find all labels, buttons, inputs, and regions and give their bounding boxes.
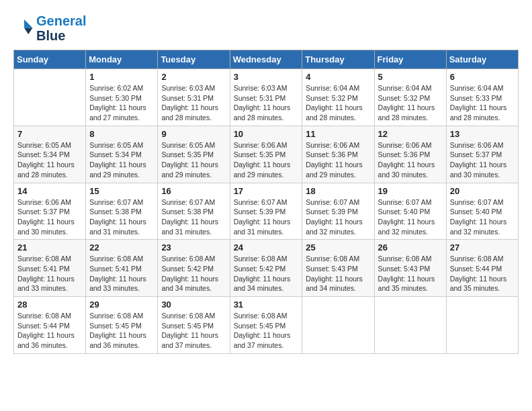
day-cell-3: 3Sunrise: 6:03 AMSunset: 5:31 PMDaylight… [230, 69, 302, 126]
day-info-line: Sunset: 5:39 PM [306, 207, 370, 217]
day-cell-4: 4Sunrise: 6:04 AMSunset: 5:32 PMDaylight… [302, 69, 374, 126]
logo-blue: Blue [36, 28, 86, 43]
day-info-line: Sunset: 5:44 PM [17, 321, 82, 331]
empty-cell [302, 297, 374, 354]
day-info-line: Sunrise: 6:06 AM [306, 140, 370, 150]
day-cell-6: 6Sunrise: 6:04 AMSunset: 5:33 PMDaylight… [446, 69, 518, 126]
empty-cell [14, 69, 86, 126]
day-info-line: Sunrise: 6:08 AM [306, 254, 370, 264]
day-info-line: and 32 minutes. [450, 227, 515, 237]
day-number: 11 [306, 129, 370, 139]
day-info-line: Daylight: 11 hours [17, 217, 82, 227]
day-number: 5 [378, 72, 443, 82]
day-number: 3 [234, 72, 299, 82]
weekday-header-friday: Friday [374, 50, 446, 69]
day-info-line: and 28 minutes. [161, 113, 226, 123]
svg-marker-0 [24, 19, 32, 28]
day-info-line: Daylight: 11 hours [378, 217, 443, 227]
day-number: 1 [89, 72, 154, 82]
day-number: 17 [234, 186, 299, 196]
day-info-line: Daylight: 11 hours [306, 103, 370, 113]
day-cell-11: 11Sunrise: 6:06 AMSunset: 5:36 PMDayligh… [302, 126, 374, 183]
day-info-line: Sunrise: 6:04 AM [378, 83, 443, 93]
weekday-row: SundayMondayTuesdayWednesdayThursdayFrid… [14, 50, 519, 69]
empty-cell [374, 297, 446, 354]
day-info-line: Sunrise: 6:07 AM [306, 197, 370, 208]
day-info-line: Sunrise: 6:06 AM [450, 140, 515, 150]
empty-cell [446, 297, 518, 354]
weekday-header-wednesday: Wednesday [230, 50, 302, 69]
weekday-header-thursday: Thursday [302, 50, 374, 69]
day-info-line: Daylight: 11 hours [450, 274, 515, 284]
day-info-line: Sunrise: 6:08 AM [17, 254, 82, 264]
day-info-line: Sunrise: 6:07 AM [450, 197, 515, 208]
day-info-line: Sunset: 5:37 PM [450, 150, 515, 160]
day-info-line: Daylight: 11 hours [234, 217, 299, 227]
day-cell-12: 12Sunrise: 6:06 AMSunset: 5:36 PMDayligh… [374, 126, 446, 183]
day-info-line: Sunrise: 6:08 AM [161, 254, 226, 264]
day-info-line: Sunrise: 6:07 AM [378, 197, 443, 208]
day-info-line: and 33 minutes. [17, 283, 82, 293]
day-info-line: Sunrise: 6:06 AM [17, 197, 82, 208]
day-cell-14: 14Sunrise: 6:06 AMSunset: 5:37 PMDayligh… [14, 183, 86, 240]
calendar-table: SundayMondayTuesdayWednesdayThursdayFrid… [13, 50, 519, 354]
day-info-line: and 29 minutes. [89, 170, 154, 180]
day-cell-9: 9Sunrise: 6:05 AMSunset: 5:35 PMDaylight… [158, 126, 230, 183]
day-info-line: Sunrise: 6:07 AM [234, 197, 299, 208]
week-row-4: 28Sunrise: 6:08 AMSunset: 5:44 PMDayligh… [14, 297, 519, 354]
day-info-line: and 28 minutes. [306, 113, 370, 123]
calendar-body: 1Sunrise: 6:02 AMSunset: 5:30 PMDaylight… [14, 69, 519, 354]
day-info-line: and 30 minutes. [450, 170, 515, 180]
day-number: 16 [161, 186, 226, 196]
day-info-line: Sunrise: 6:08 AM [89, 254, 154, 264]
day-info-line: Daylight: 11 hours [161, 160, 226, 170]
day-info-line: Sunrise: 6:08 AM [450, 254, 515, 264]
day-info-line: and 34 minutes. [234, 283, 299, 293]
weekday-header-tuesday: Tuesday [158, 50, 230, 69]
day-info-line: Sunrise: 6:04 AM [306, 83, 370, 93]
day-cell-8: 8Sunrise: 6:05 AMSunset: 5:34 PMDaylight… [86, 126, 158, 183]
day-number: 18 [306, 186, 370, 196]
day-info-line: Daylight: 11 hours [306, 217, 370, 227]
day-info-line: Daylight: 11 hours [378, 160, 443, 170]
day-info-line: Daylight: 11 hours [306, 274, 370, 284]
day-cell-30: 30Sunrise: 6:08 AMSunset: 5:45 PMDayligh… [158, 297, 230, 354]
day-info-line: and 29 minutes. [234, 170, 299, 180]
day-cell-24: 24Sunrise: 6:08 AMSunset: 5:42 PMDayligh… [230, 240, 302, 297]
week-row-2: 14Sunrise: 6:06 AMSunset: 5:37 PMDayligh… [14, 183, 519, 240]
day-info-line: Sunset: 5:37 PM [17, 207, 82, 217]
day-info-line: Daylight: 11 hours [234, 160, 299, 170]
day-info-line: Sunset: 5:45 PM [89, 321, 154, 331]
week-row-3: 21Sunrise: 6:08 AMSunset: 5:41 PMDayligh… [14, 240, 519, 297]
day-number: 20 [450, 186, 515, 196]
day-info-line: Sunset: 5:31 PM [161, 93, 226, 103]
day-info-line: Daylight: 11 hours [89, 330, 154, 340]
day-info-line: and 35 minutes. [378, 283, 443, 293]
day-info-line: Daylight: 11 hours [234, 274, 299, 284]
day-info-line: Sunset: 5:44 PM [450, 264, 515, 274]
day-info-line: and 27 minutes. [89, 113, 154, 123]
day-info-line: and 30 minutes. [378, 170, 443, 180]
day-cell-13: 13Sunrise: 6:06 AMSunset: 5:37 PMDayligh… [446, 126, 518, 183]
day-info-line: Daylight: 11 hours [17, 330, 82, 340]
day-number: 25 [306, 242, 370, 253]
day-info-line: and 28 minutes. [378, 113, 443, 123]
day-info-line: Sunset: 5:31 PM [234, 93, 299, 103]
week-row-1: 7Sunrise: 6:05 AMSunset: 5:34 PMDaylight… [14, 126, 519, 183]
day-info-line: Daylight: 11 hours [89, 160, 154, 170]
day-info-line: Sunset: 5:35 PM [234, 150, 299, 160]
day-info-line: Sunrise: 6:04 AM [450, 83, 515, 93]
day-info-line: Daylight: 11 hours [17, 274, 82, 284]
day-number: 2 [161, 72, 226, 82]
day-info-line: and 36 minutes. [17, 340, 82, 351]
day-info-line: Sunset: 5:38 PM [89, 207, 154, 217]
day-info-line: Sunrise: 6:05 AM [17, 140, 82, 150]
day-info-line: and 31 minutes. [161, 227, 226, 237]
day-info-line: Daylight: 11 hours [450, 103, 515, 113]
day-info-line: and 37 minutes. [234, 340, 299, 351]
day-info-line: Sunset: 5:32 PM [306, 93, 370, 103]
day-cell-31: 31Sunrise: 6:08 AMSunset: 5:45 PMDayligh… [230, 297, 302, 354]
day-info-line: Sunrise: 6:06 AM [234, 140, 299, 150]
day-info-line: Sunset: 5:41 PM [17, 264, 82, 274]
day-number: 10 [234, 129, 299, 139]
